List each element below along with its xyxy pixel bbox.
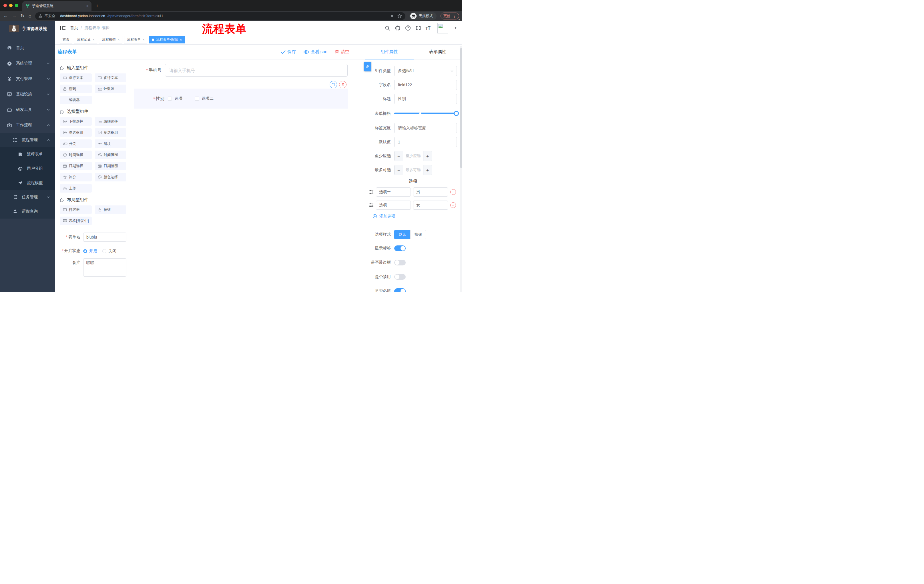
tab-component-props[interactable]: 组件属性 <box>365 44 414 59</box>
status-off-radio[interactable]: 关闭 <box>102 248 116 254</box>
form-remark-textarea[interactable]: 嘿嘿 <box>83 258 126 276</box>
tab-close-icon[interactable]: × <box>86 4 89 8</box>
component-cascader[interactable]: 级联选择 <box>95 117 127 126</box>
option-label-input[interactable] <box>376 201 411 210</box>
tag-process-form[interactable]: 流程表单× <box>124 36 147 43</box>
sidebar-fold-icon[interactable] <box>60 25 66 31</box>
help-icon[interactable] <box>405 25 411 31</box>
clear-button[interactable]: 清空 <box>335 49 349 54</box>
forward-icon[interactable]: → <box>12 14 16 18</box>
bookmark-star-icon[interactable] <box>398 14 402 18</box>
stepper-minus-button[interactable]: − <box>394 151 403 161</box>
checkbox-box[interactable] <box>168 97 172 100</box>
component-date-picker[interactable]: 日期选择 <box>60 162 92 170</box>
stepper-minus-button[interactable]: − <box>394 165 403 175</box>
home-icon[interactable]: ⌂ <box>28 14 31 18</box>
window-zoom-button[interactable] <box>15 4 18 7</box>
component-editor[interactable]: 编辑器 <box>60 96 92 104</box>
component-upload[interactable]: 上传 <box>60 184 92 192</box>
component-single-line-text[interactable]: 单行文本 <box>60 73 92 82</box>
window-close-button[interactable] <box>3 4 7 7</box>
breadcrumb-home[interactable]: 首页 <box>70 25 78 31</box>
style-default-button[interactable]: 默认 <box>394 230 410 239</box>
browser-update-button[interactable]: 更新 ⋮ <box>441 13 459 20</box>
form-canvas[interactable]: *手机号 <box>131 59 365 292</box>
font-size-icon[interactable]: TT <box>426 25 432 31</box>
avatar-caret-icon[interactable]: ▼ <box>454 26 457 30</box>
canvas-field-phone[interactable]: *手机号 <box>134 64 348 77</box>
drag-handle-icon[interactable] <box>369 203 374 207</box>
sidebar-item-process-model[interactable]: 流程模型 <box>0 176 55 190</box>
sidebar-item-leave-query[interactable]: 请假查询 <box>0 204 55 219</box>
tab-form-props[interactable]: 表单属性 <box>414 44 462 59</box>
toolbar-caret-icon[interactable]: ▼ <box>458 18 460 21</box>
component-switch[interactable]: 开关 <box>60 140 92 148</box>
sidebar-item-home[interactable]: 首页 <box>0 40 55 56</box>
component-multi-line-text[interactable]: 多行文本 <box>95 73 127 82</box>
component-rate[interactable]: 评分 <box>60 173 92 181</box>
sidebar-item-infra[interactable]: 基础设施 <box>0 87 55 102</box>
component-counter[interactable]: 123计数器 <box>95 85 127 93</box>
sidebar-item-system[interactable]: 系统管理 <box>0 56 55 71</box>
browser-tab[interactable]: 芋道管理系统 × <box>22 1 91 11</box>
url-bar[interactable]: 不安全 dashboard.yudao.iocoder.cn /bpm/mana… <box>35 12 405 20</box>
style-button-button[interactable]: 按钮 <box>410 230 426 239</box>
scrollbar-thumb[interactable] <box>460 48 462 168</box>
remove-option-button[interactable]: − <box>450 189 456 195</box>
reload-icon[interactable]: ↻ <box>21 14 24 18</box>
save-button[interactable]: 保存 <box>281 49 296 54</box>
back-icon[interactable]: ← <box>3 14 8 18</box>
show-label-toggle[interactable] <box>394 245 406 251</box>
sidebar-item-process-form[interactable]: 流程表单 <box>0 147 55 161</box>
tag-close-icon[interactable]: × <box>143 38 144 41</box>
component-select[interactable]: 下拉选择 <box>60 117 92 126</box>
required-toggle[interactable] <box>394 288 406 292</box>
with-border-toggle[interactable] <box>394 260 406 265</box>
option-label-input[interactable] <box>376 188 411 197</box>
form-name-input[interactable] <box>83 233 126 242</box>
component-time-picker[interactable]: 时间选择 <box>60 151 92 159</box>
component-row-container[interactable]: 行容器 <box>60 206 92 214</box>
tag-close-icon[interactable]: × <box>117 38 119 41</box>
component-color-picker[interactable]: 颜色选择 <box>95 173 127 181</box>
stepper-plus-button[interactable]: + <box>423 151 432 161</box>
gender-option1-checkbox[interactable]: 选项一 <box>168 96 186 101</box>
view-json-button[interactable]: 查看json <box>303 49 327 54</box>
remove-option-button[interactable]: − <box>450 202 456 208</box>
sidebar-item-workflow[interactable]: 工作流程 <box>0 117 55 133</box>
tag-close-icon[interactable]: × <box>180 38 182 41</box>
link-drawer-handle[interactable] <box>364 62 371 71</box>
sidebar-item-task-mgmt[interactable]: 任务管理 <box>0 190 55 204</box>
component-date-range[interactable]: 日期范围 <box>95 162 127 170</box>
component-password[interactable]: 密码 <box>60 85 92 93</box>
option-value-input[interactable] <box>413 201 448 210</box>
component-type-select[interactable]: 多选框组 <box>394 66 457 76</box>
component-table-dev[interactable]: 表格[开发中] <box>60 217 92 225</box>
sidebar-item-payment[interactable]: 支付管理 <box>0 71 55 87</box>
tag-process-definition[interactable]: 流程定义× <box>74 36 97 43</box>
window-minimize-button[interactable] <box>9 4 13 7</box>
min-select-value[interactable]: 至少应选 <box>403 151 423 161</box>
option-value-input[interactable] <box>413 188 448 197</box>
copy-component-button[interactable] <box>330 81 337 88</box>
max-select-value[interactable]: 最多可选 <box>403 165 423 175</box>
component-slider[interactable]: 滑块 <box>95 140 127 148</box>
label-width-input[interactable] <box>394 123 457 133</box>
sidebar-item-process-mgmt[interactable]: 流程管理 <box>0 133 55 147</box>
default-value-input[interactable] <box>394 137 457 147</box>
component-button[interactable]: 按钮 <box>95 206 127 214</box>
phone-input[interactable] <box>165 64 348 77</box>
stepper-plus-button[interactable]: + <box>423 165 432 175</box>
field-name-input[interactable] <box>394 80 457 90</box>
gender-option2-checkbox[interactable]: 选项二 <box>195 96 214 101</box>
add-option-button[interactable]: 添加选项 <box>373 214 457 219</box>
sidebar-item-devtools[interactable]: 研发工具 <box>0 102 55 117</box>
tag-process-model[interactable]: 流程模型× <box>99 36 122 43</box>
scrollbar[interactable] <box>460 46 462 292</box>
component-checkbox-group[interactable]: 多选框组 <box>95 128 127 137</box>
new-tab-button[interactable]: + <box>96 3 99 9</box>
component-time-range[interactable]: 时间范围 <box>95 151 127 159</box>
tag-close-icon[interactable]: × <box>92 38 94 41</box>
form-grid-slider[interactable] <box>394 113 456 114</box>
search-icon[interactable] <box>384 25 391 31</box>
